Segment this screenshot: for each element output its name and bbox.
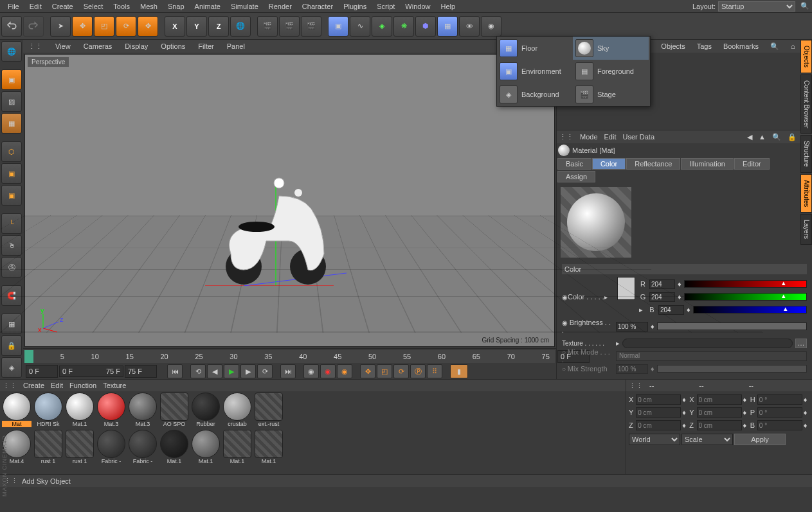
next-frame-button[interactable]: ▶ [240, 364, 256, 378]
menu-edit[interactable]: Edit [24, 1, 47, 12]
viewport-menu-view[interactable]: View [53, 41, 73, 51]
menu-create[interactable]: Create [47, 1, 78, 12]
lock-button[interactable]: 🔒 [1, 335, 22, 356]
texture-mode[interactable]: ▨ [1, 91, 22, 112]
obj-menu-tags[interactable]: Tags [694, 41, 714, 51]
side-tab-attributes[interactable]: Attributes [800, 174, 812, 213]
viewport-menu-filter[interactable]: Filter [195, 41, 216, 51]
attr-lock-icon[interactable]: 🔒 [788, 133, 797, 141]
material-item[interactable]: ext.-rust [253, 393, 284, 427]
y-size[interactable] [697, 407, 742, 418]
record-button[interactable]: ◉ [303, 364, 319, 378]
mat-menu-function[interactable]: Function [69, 382, 96, 389]
mixmode-select[interactable]: Normal [616, 351, 807, 361]
workplane-mode[interactable]: ▦ [1, 113, 22, 134]
mixstrength-spinner[interactable]: ♦ [651, 365, 654, 373]
environment-button[interactable]: ⬢ [415, 16, 436, 37]
y-pos[interactable] [636, 407, 681, 418]
undo-button[interactable] [1, 16, 22, 37]
move-tool[interactable]: ✥ [72, 16, 93, 37]
x-pos[interactable] [636, 394, 681, 405]
timeline-ruler[interactable]: 051015202530354045505560657075 [24, 350, 555, 363]
coord-world-select[interactable]: World [629, 434, 680, 445]
viewport-grip-icon[interactable]: ⋮⋮ [26, 41, 45, 52]
texture-field[interactable] [622, 339, 793, 348]
3d-viewport[interactable]: Perspective y x z Grid Spacing : 1000 [24, 54, 555, 347]
obj-search-icon[interactable]: 🔍 [768, 41, 782, 52]
x-size[interactable] [697, 394, 742, 405]
transform-tool[interactable]: ✥ [138, 16, 158, 37]
attr-back-icon[interactable]: ◀ [747, 133, 752, 141]
flyout-foreground[interactable]: ▤Foreground [573, 60, 649, 83]
menu-file[interactable]: File [3, 1, 24, 12]
menu-animate[interactable]: Animate [190, 1, 226, 12]
render-view-button[interactable]: 🎬 [257, 16, 278, 37]
mat-menu-create[interactable]: Create [23, 382, 44, 389]
rotate-tool[interactable]: ⟳ [116, 16, 136, 37]
layout-select[interactable]: Startup [718, 1, 795, 12]
b-slider[interactable]: ▴ [693, 306, 807, 313]
r-slider[interactable]: ▴ [684, 280, 807, 288]
menu-simulate[interactable]: Simulate [226, 1, 264, 12]
attr-menu-mode[interactable]: Mode [580, 133, 598, 141]
attr-search-icon[interactable]: 🔍 [772, 133, 781, 141]
z-size[interactable] [697, 420, 742, 430]
material-item[interactable]: Mat.3 [96, 393, 127, 427]
obj-menu-bookmarks[interactable]: Bookmarks [721, 41, 761, 51]
z-axis-button[interactable]: Z [208, 16, 229, 37]
key-param-button[interactable]: Ⓟ [410, 364, 426, 378]
brightness-slider[interactable] [657, 322, 807, 330]
mat-menu-texture[interactable]: Texture [103, 382, 126, 389]
texture-browse-button[interactable]: … [795, 339, 807, 348]
key-scale-button[interactable]: ◰ [377, 364, 392, 378]
z-pos[interactable] [636, 420, 681, 430]
material-item[interactable]: Mat.1 [190, 430, 221, 464]
tab-reflectance[interactable]: Reflectance [626, 158, 680, 170]
key-rotate-button[interactable]: ⟳ [393, 364, 409, 378]
attr-menu-edit[interactable]: Edit [604, 133, 617, 141]
material-item[interactable]: AO SPO [159, 393, 190, 427]
p-rot[interactable] [757, 407, 802, 418]
attr-grip-icon[interactable]: ⋮⋮ [559, 133, 573, 141]
material-item[interactable]: Mat.3 [127, 393, 158, 427]
h-rot[interactable] [757, 394, 802, 405]
mat-menu-edit[interactable]: Edit [51, 382, 63, 389]
edge-mode[interactable]: ▣ [1, 163, 22, 184]
material-item[interactable]: Mat.1 [222, 430, 253, 464]
prev-key-button[interactable]: ⟲ [190, 364, 206, 378]
material-item[interactable]: Mat.1 [159, 430, 190, 464]
coord-apply-button[interactable]: Apply [734, 434, 786, 445]
camera-button[interactable]: 👁 [459, 16, 480, 37]
menu-mesh[interactable]: Mesh [135, 1, 163, 12]
point-mode[interactable]: ⬡ [1, 141, 22, 162]
g-slider[interactable]: ▴ [684, 293, 807, 301]
side-tab-structure[interactable]: Structure [800, 135, 812, 173]
model-mode[interactable]: ▣ [1, 69, 22, 90]
coord-grip-icon[interactable]: ⋮⋮ [629, 382, 643, 390]
search-icon[interactable]: 🔍 [800, 2, 809, 10]
menu-render[interactable]: Render [264, 1, 297, 12]
mixstrength-input[interactable] [616, 364, 648, 374]
tab-color[interactable]: Color [592, 158, 626, 170]
autokey-button[interactable]: ◉ [320, 364, 336, 378]
mixstrength-slider[interactable] [657, 365, 807, 373]
keyframe-button[interactable]: ◉ [337, 364, 352, 378]
viewport-menu-cameras[interactable]: Cameras [81, 41, 115, 51]
deformer-button[interactable]: ❋ [393, 16, 414, 37]
light-button[interactable]: ◉ [481, 16, 501, 37]
coord-system-button[interactable]: 🌐 [230, 16, 251, 37]
coord-scale-select[interactable]: Scale [681, 434, 733, 445]
viewport-menu-options[interactable]: Options [158, 41, 188, 51]
key-pla-button[interactable]: ⠿ [427, 364, 442, 378]
film-button[interactable]: ▮ [450, 364, 468, 378]
range-slider[interactable]: 0 F 75 F [59, 366, 123, 377]
play-button[interactable]: ▶ [224, 364, 239, 378]
menu-snap[interactable]: Snap [163, 1, 190, 12]
menu-window[interactable]: Window [400, 1, 435, 12]
polygon-mode[interactable]: ▣ [1, 185, 22, 206]
range-start[interactable] [26, 365, 58, 378]
x-axis-button[interactable]: X [165, 16, 185, 37]
view-icon[interactable]: 🌐 [1, 41, 22, 62]
side-tab-objects[interactable]: Objects [800, 40, 812, 73]
flyout-environment[interactable]: ▣Environment [497, 60, 573, 83]
